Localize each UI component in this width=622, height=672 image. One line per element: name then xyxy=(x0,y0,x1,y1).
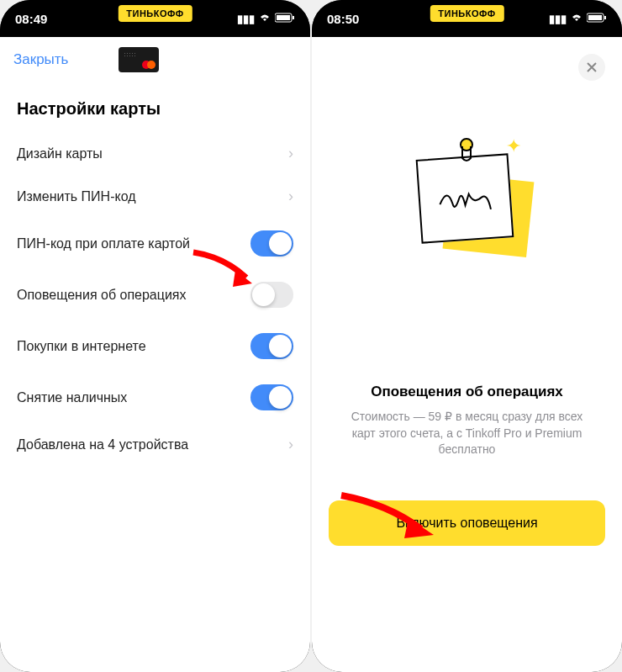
row-pin-payment: ПИН-код при оплате картой xyxy=(0,218,310,269)
close-button[interactable] xyxy=(578,54,605,81)
wifi-icon xyxy=(570,13,583,25)
status-time: 08:50 xyxy=(327,12,359,26)
promo-description: Стоимость — 59 ₽ в месяц сразу для всех … xyxy=(329,409,605,458)
signature-icon xyxy=(434,180,495,218)
status-time: 08:49 xyxy=(15,12,47,26)
status-icons: ▮▮▮ xyxy=(549,13,607,25)
brand-badge: ТИНЬКОФФ xyxy=(118,5,192,22)
status-icons: ▮▮▮ xyxy=(237,13,295,25)
promo-illustration: ✦ xyxy=(400,131,535,266)
toggle-online[interactable] xyxy=(250,333,293,359)
close-button[interactable]: Закрыть xyxy=(13,51,68,68)
row-label: Оповещения об операциях xyxy=(17,288,187,303)
settings-list: Настройки карты Дизайн карты › Изменить … xyxy=(0,82,310,473)
brand-badge: ТИНЬКОФФ xyxy=(430,5,503,22)
svg-rect-1 xyxy=(277,15,290,20)
toggle-pin-payment[interactable] xyxy=(250,230,293,257)
screen-right: ✦ Оповещения об операциях Стоимость — 59… xyxy=(312,37,622,672)
screen-left: Закрыть Настройки карты Дизайн карты › И… xyxy=(0,37,310,672)
promo-title: Оповещения об операциях xyxy=(329,384,605,400)
svg-rect-4 xyxy=(588,15,602,20)
status-bar: 08:49 ТИНЬКОФФ ▮▮▮ xyxy=(0,0,310,37)
enable-notifications-button[interactable]: Включить оповещения xyxy=(329,500,605,546)
toggle-notifications[interactable] xyxy=(250,282,293,308)
toggle-cash[interactable] xyxy=(250,384,293,410)
row-devices[interactable]: Добавлена на 4 устройства › xyxy=(0,423,310,466)
chevron-right-icon: › xyxy=(288,188,293,205)
row-label: Покупки в интернете xyxy=(17,339,146,354)
signal-icon: ▮▮▮ xyxy=(549,13,567,25)
battery-icon xyxy=(587,13,607,25)
row-card-design[interactable]: Дизайн карты › xyxy=(0,132,310,175)
status-bar: 08:50 ТИНЬКОФФ ▮▮▮ xyxy=(312,0,622,37)
phone-right: 08:50 ТИНЬКОФФ ▮▮▮ ✦ xyxy=(312,0,622,672)
close-icon xyxy=(587,62,597,72)
row-online-purchases: Покупки в интернете xyxy=(0,320,310,372)
battery-icon xyxy=(275,13,295,25)
row-notifications: Оповещения об операциях xyxy=(0,269,310,320)
signal-icon: ▮▮▮ xyxy=(237,13,255,25)
row-label: Изменить ПИН-код xyxy=(17,189,136,204)
chevron-right-icon: › xyxy=(288,145,293,162)
phone-left: 08:49 ТИНЬКОФФ ▮▮▮ Закрыть Настройки кар… xyxy=(0,0,310,672)
chevron-right-icon: › xyxy=(288,436,293,453)
header: Закрыть xyxy=(0,37,310,82)
row-change-pin[interactable]: Изменить ПИН-код › xyxy=(0,175,310,218)
paperclip-icon xyxy=(457,138,476,163)
row-cash-withdrawal: Снятие наличных xyxy=(0,372,310,423)
sticky-note-front xyxy=(415,153,514,243)
row-label: Дизайн карты xyxy=(17,146,103,161)
svg-rect-5 xyxy=(604,16,606,19)
row-label: Добавлена на 4 устройства xyxy=(17,437,188,452)
row-label: ПИН-код при оплате картой xyxy=(17,236,190,251)
wifi-icon xyxy=(258,13,271,25)
card-thumbnail[interactable] xyxy=(119,47,159,72)
section-title: Настройки карты xyxy=(0,89,310,132)
row-label: Снятие наличных xyxy=(17,390,127,405)
svg-rect-2 xyxy=(293,16,294,19)
